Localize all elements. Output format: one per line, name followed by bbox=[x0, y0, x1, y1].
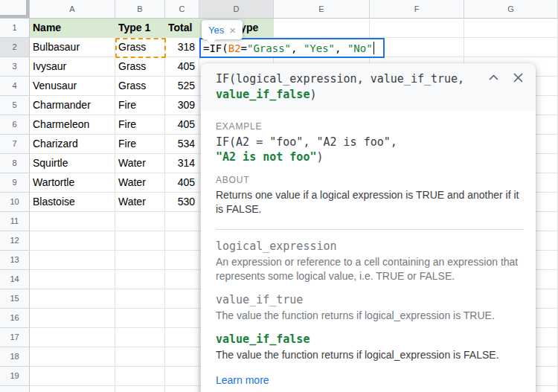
cell-A6[interactable]: Charmeleon bbox=[30, 115, 115, 135]
row-header-20[interactable]: 20 bbox=[0, 386, 30, 392]
cell-A8[interactable]: Squirtle bbox=[30, 154, 115, 173]
cell-C5[interactable]: 309 bbox=[165, 96, 199, 115]
cell-B18[interactable] bbox=[115, 347, 165, 367]
row-header-15[interactable]: 15 bbox=[0, 289, 30, 309]
cell-B17[interactable] bbox=[115, 328, 165, 347]
cell-A18[interactable] bbox=[30, 347, 115, 367]
column-header-B[interactable]: B bbox=[115, 0, 165, 19]
cell-C16[interactable] bbox=[165, 309, 199, 328]
cell-B8[interactable]: Water bbox=[115, 154, 165, 173]
row-header-9[interactable]: 9 bbox=[0, 173, 30, 193]
cell-B19[interactable] bbox=[115, 367, 165, 386]
cell-A4[interactable]: Venusaur bbox=[30, 77, 115, 96]
row-header-1[interactable]: 1 bbox=[0, 19, 30, 38]
cell-F1[interactable] bbox=[370, 19, 464, 38]
cell-A10[interactable]: Blastoise bbox=[30, 193, 115, 212]
cell-A11[interactable] bbox=[30, 212, 115, 231]
cell-C8[interactable]: 314 bbox=[165, 154, 199, 173]
arg-desc-value_if_false: The value the function returns if logica… bbox=[216, 348, 524, 362]
row-header-8[interactable]: 8 bbox=[0, 154, 30, 173]
cell-B5[interactable]: Fire bbox=[115, 96, 165, 115]
formula-edit-cell[interactable]: =IF(B2="Grass", "Yes", "No" bbox=[199, 38, 385, 58]
cell-B16[interactable] bbox=[115, 309, 165, 328]
column-header-D[interactable]: D bbox=[199, 0, 274, 19]
cell-B11[interactable] bbox=[115, 212, 165, 231]
cell-B14[interactable] bbox=[115, 270, 165, 289]
cell-E1[interactable] bbox=[274, 19, 370, 38]
row-header-12[interactable]: 12 bbox=[0, 231, 30, 251]
row-header-3[interactable]: 3 bbox=[0, 57, 30, 77]
cell-C9[interactable]: 405 bbox=[165, 173, 199, 193]
cell-B9[interactable]: Water bbox=[115, 173, 165, 193]
cell-A9[interactable]: Wartortle bbox=[30, 173, 115, 193]
cell-B1[interactable]: Type 1 bbox=[115, 19, 165, 38]
cell-A14[interactable] bbox=[30, 270, 115, 289]
signature-suffix: ) bbox=[310, 88, 316, 101]
cell-A15[interactable] bbox=[30, 289, 115, 309]
cell-A20[interactable] bbox=[30, 386, 115, 392]
cell-C17[interactable] bbox=[165, 328, 199, 347]
cell-B7[interactable]: Fire bbox=[115, 135, 165, 154]
cell-C7[interactable]: 534 bbox=[165, 135, 199, 154]
cell-A1[interactable]: Name bbox=[30, 19, 115, 38]
cell-B2[interactable]: Grass bbox=[115, 38, 165, 57]
row-header-5[interactable]: 5 bbox=[0, 96, 30, 115]
cell-A16[interactable] bbox=[30, 309, 115, 328]
cell-C2[interactable]: 318 bbox=[165, 38, 199, 57]
row-header-18[interactable]: 18 bbox=[0, 347, 30, 367]
cell-C19[interactable] bbox=[165, 367, 199, 386]
row-header-11[interactable]: 11 bbox=[0, 212, 30, 231]
collapse-chevron-up-icon[interactable] bbox=[488, 72, 499, 83]
cell-C12[interactable] bbox=[165, 231, 199, 251]
cell-C20[interactable] bbox=[165, 386, 199, 392]
cell-C18[interactable] bbox=[165, 347, 199, 367]
learn-more-link[interactable]: Learn more bbox=[216, 374, 269, 386]
column-header-F[interactable]: F bbox=[370, 0, 464, 19]
cell-C10[interactable]: 530 bbox=[165, 193, 199, 212]
select-all-corner[interactable] bbox=[0, 0, 30, 19]
column-header-E[interactable]: E bbox=[274, 0, 370, 19]
cell-A3[interactable]: Ivysaur bbox=[30, 57, 115, 77]
cell-G1[interactable] bbox=[464, 19, 558, 38]
cell-A2[interactable]: Bulbasaur bbox=[30, 38, 115, 57]
cell-B20[interactable] bbox=[115, 386, 165, 392]
cell-A5[interactable]: Charmander bbox=[30, 96, 115, 115]
cell-C13[interactable] bbox=[165, 251, 199, 270]
cell-G2[interactable] bbox=[464, 38, 558, 57]
row-header-16[interactable]: 16 bbox=[0, 309, 30, 328]
cell-B12[interactable] bbox=[115, 231, 165, 251]
tooltip-close-icon[interactable]: × bbox=[229, 25, 236, 36]
cell-B6[interactable]: Fire bbox=[115, 115, 165, 135]
cell-B13[interactable] bbox=[115, 251, 165, 270]
cell-C1[interactable]: Total bbox=[165, 19, 199, 38]
cell-B15[interactable] bbox=[115, 289, 165, 309]
cell-A17[interactable] bbox=[30, 328, 115, 347]
column-header-A[interactable]: A bbox=[30, 0, 115, 19]
row-header-10[interactable]: 10 bbox=[0, 193, 30, 212]
cell-C14[interactable] bbox=[165, 270, 199, 289]
cell-A12[interactable] bbox=[30, 231, 115, 251]
column-header-C[interactable]: C bbox=[165, 0, 199, 19]
row-header-19[interactable]: 19 bbox=[0, 367, 30, 386]
cell-C6[interactable]: 405 bbox=[165, 115, 199, 135]
cell-B4[interactable]: Grass bbox=[115, 77, 165, 96]
row-header-14[interactable]: 14 bbox=[0, 270, 30, 289]
cell-A19[interactable] bbox=[30, 367, 115, 386]
cell-C3[interactable]: 405 bbox=[165, 57, 199, 77]
cell-A7[interactable]: Charizard bbox=[30, 135, 115, 154]
row-header-7[interactable]: 7 bbox=[0, 135, 30, 154]
row-header-17[interactable]: 17 bbox=[0, 328, 30, 347]
row-header-4[interactable]: 4 bbox=[0, 77, 30, 96]
cell-C11[interactable] bbox=[165, 212, 199, 231]
row-header-6[interactable]: 6 bbox=[0, 115, 30, 135]
row-header-2[interactable]: 2 bbox=[0, 38, 30, 57]
row-header-13[interactable]: 13 bbox=[0, 251, 30, 270]
cell-C4[interactable]: 525 bbox=[165, 77, 199, 96]
cell-B10[interactable]: Water bbox=[115, 193, 165, 212]
column-header-G[interactable]: G bbox=[464, 0, 558, 19]
cell-B3[interactable]: Grass bbox=[115, 57, 165, 77]
formula-text: =IF(B2="Grass", "Yes", "No" bbox=[203, 42, 373, 54]
cell-C15[interactable] bbox=[165, 289, 199, 309]
cell-A13[interactable] bbox=[30, 251, 115, 270]
close-icon[interactable] bbox=[513, 72, 524, 83]
